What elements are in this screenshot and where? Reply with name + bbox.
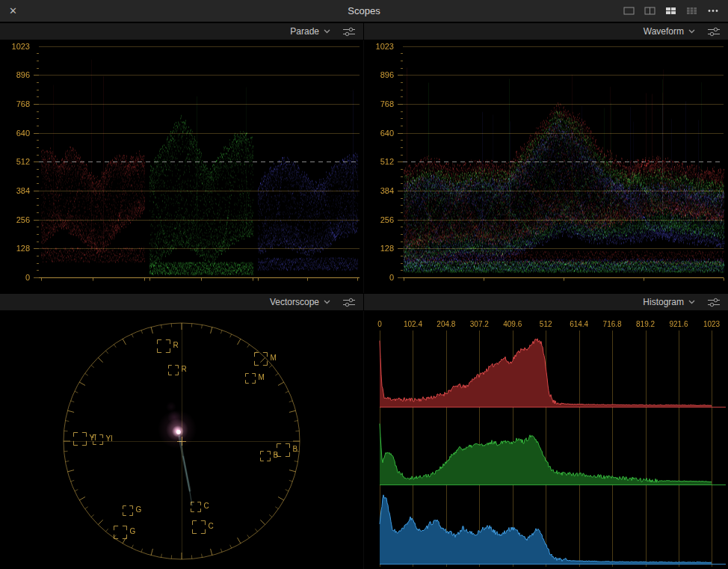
top-scope-headers: Parade Waveform	[0, 22, 728, 40]
close-icon[interactable]: ✕	[9, 5, 25, 16]
parade-panel: 10238967686405123842561280	[0, 40, 364, 293]
chevron-down-icon	[324, 29, 330, 34]
layout-grid-3x3-icon[interactable]	[686, 7, 697, 15]
scope-settings-icon[interactable]	[342, 298, 356, 307]
chevron-down-icon	[688, 300, 695, 304]
vectorscope-header: Vectorscope	[0, 294, 364, 310]
waveform-scope-selector[interactable]: Waveform	[644, 26, 695, 37]
histogram-title: Histogram	[643, 297, 684, 307]
waveform-header: Waveform	[364, 23, 728, 40]
chevron-down-icon	[324, 300, 330, 304]
parade-header: Parade	[0, 23, 364, 40]
scope-settings-icon[interactable]	[707, 27, 721, 37]
histogram-canvas	[364, 311, 728, 569]
scope-settings-icon[interactable]	[707, 298, 721, 307]
parade-scope-selector[interactable]: Parade	[290, 26, 330, 37]
vectorscope-canvas	[0, 311, 364, 569]
waveform-canvas	[364, 40, 728, 293]
scope-settings-icon[interactable]	[342, 27, 356, 37]
top-scopes: 10238967686405123842561280 1023896768640…	[0, 40, 728, 293]
layout-single-icon[interactable]	[623, 7, 635, 15]
vectorscope-scope-selector[interactable]: Vectorscope	[270, 297, 330, 307]
window-title: Scopes	[0, 5, 728, 16]
histogram-scope-selector[interactable]: Histogram	[643, 297, 695, 307]
histogram-panel: 0102.4204.8307.2409.6512614.4716.8819.29…	[364, 311, 728, 569]
histogram-header: Histogram	[364, 294, 728, 310]
titlebar: ✕ Scopes	[0, 0, 728, 22]
bottom-scopes: RRMMBBCCGGYlYl 0102.4204.8307.2409.65126…	[0, 311, 728, 569]
waveform-panel: 10238967686405123842561280	[364, 40, 728, 293]
vectorscope-title: Vectorscope	[270, 297, 319, 307]
layout-two-up-icon[interactable]	[644, 7, 655, 15]
titlebar-controls	[623, 7, 719, 15]
scopes-window: ✕ Scopes Parade	[0, 0, 728, 569]
parade-title: Parade	[290, 26, 319, 37]
vectorscope-panel: RRMMBBCCGGYlYl	[0, 311, 364, 569]
chevron-down-icon	[688, 29, 695, 34]
waveform-title: Waveform	[644, 26, 684, 37]
more-menu-icon[interactable]	[707, 7, 719, 15]
parade-canvas	[0, 40, 364, 293]
bottom-scope-headers: Vectorscope Histogram	[0, 293, 728, 311]
layout-grid-2x2-icon[interactable]	[665, 7, 676, 15]
